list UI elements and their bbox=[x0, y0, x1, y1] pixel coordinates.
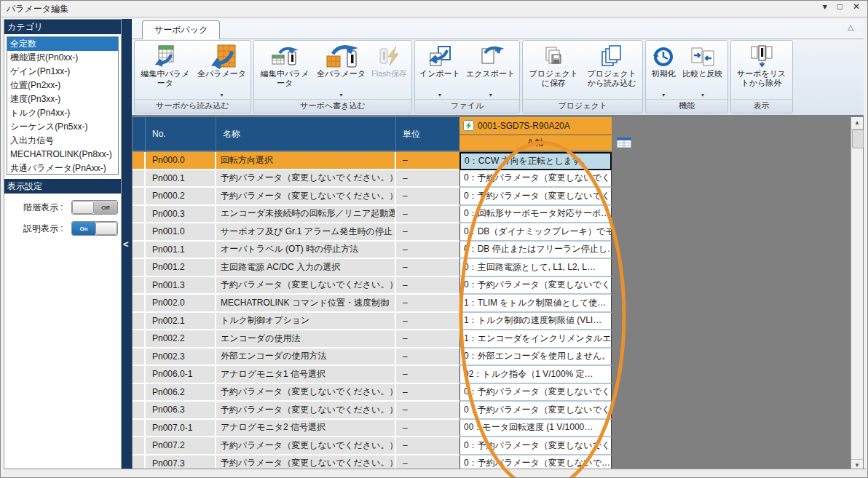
param-name-cell[interactable]: アナログモニタ2 信号選択 bbox=[216, 420, 396, 438]
param-no-cell[interactable]: Pn000.2 bbox=[146, 188, 216, 206]
param-unit-cell[interactable]: – bbox=[396, 313, 459, 331]
param-name-cell[interactable]: エンコーダ未接続時の回転形／リニア起動選 bbox=[216, 206, 396, 224]
dropdown-arrow-icon[interactable]: ▼ bbox=[219, 91, 224, 99]
param-no-cell[interactable]: Pn002.3 bbox=[146, 348, 216, 367]
axis-name-header[interactable]: A 軸 bbox=[459, 135, 612, 151]
initialize-button[interactable]: 初期化 ▼ bbox=[647, 42, 679, 99]
param-unit-cell[interactable]: – bbox=[396, 152, 459, 170]
pin-window-icon[interactable]: ▾ bbox=[823, 1, 827, 12]
param-no-cell[interactable]: Pn006.3 bbox=[146, 402, 216, 420]
param-name-cell[interactable]: サーボオフ及び Gr.1 アラーム発生時の停止 bbox=[216, 223, 396, 242]
param-unit-cell[interactable]: – bbox=[396, 242, 459, 260]
row-selector-cell[interactable] bbox=[133, 206, 146, 224]
column-header-name[interactable]: 名称 bbox=[216, 117, 396, 151]
maximize-icon[interactable]: □ bbox=[837, 1, 843, 12]
param-value-cell[interactable]: 0：DB（ダイナミックブレーキ）でモ… bbox=[459, 223, 612, 242]
dropdown-arrow-icon[interactable]: ▼ bbox=[700, 91, 705, 99]
sidebar-category-item[interactable]: 位置(Pn2xx-) bbox=[7, 79, 118, 92]
row-selector-cell[interactable] bbox=[133, 437, 146, 455]
param-unit-cell[interactable]: – bbox=[396, 223, 459, 242]
param-no-cell[interactable]: Pn000.1 bbox=[146, 170, 216, 188]
axis-device-header[interactable]: 0001-SGD7S-R90A20A bbox=[459, 117, 612, 135]
param-value-cell[interactable]: 02：トルク指令（1 V/100% 定… bbox=[459, 366, 612, 384]
load-from-project-button[interactable]: プロジェクトから読み込む bbox=[583, 42, 641, 99]
param-no-cell[interactable]: Pn001.1 bbox=[146, 242, 216, 260]
param-unit-cell[interactable]: – bbox=[396, 188, 459, 206]
param-unit-cell[interactable]: – bbox=[396, 402, 459, 420]
param-no-cell[interactable]: Pn001.2 bbox=[146, 259, 216, 277]
row-selector-cell[interactable] bbox=[133, 242, 146, 260]
param-name-cell[interactable]: オーバトラベル (OT) 時の停止方法 bbox=[216, 242, 396, 260]
dropdown-arrow-icon[interactable]: ▼ bbox=[339, 91, 344, 99]
row-selector-cell[interactable] bbox=[133, 223, 146, 242]
save-to-project-button[interactable]: プロジェクトに保存 bbox=[524, 42, 583, 99]
write-edited-params-button[interactable]: 編集中パラメータ bbox=[256, 42, 314, 99]
sidebar-category-item[interactable]: 全定数 bbox=[7, 37, 118, 51]
param-unit-cell[interactable]: – bbox=[396, 295, 459, 313]
param-value-cell[interactable]: 1：トルク制御の速度制限値 (VLI… bbox=[459, 313, 612, 331]
param-no-cell[interactable]: Pn007.2 bbox=[146, 437, 216, 455]
param-value-cell[interactable]: 0：DB 停止またはフリーラン停止し… bbox=[459, 242, 612, 260]
param-value-cell[interactable]: 0：主回路電源として, L1, L2, L… bbox=[459, 259, 612, 277]
param-no-cell[interactable]: Pn002.1 bbox=[146, 313, 216, 331]
param-value-cell[interactable]: 0：予約パラメータ（変更しないでく… bbox=[459, 384, 612, 402]
row-selector-cell[interactable] bbox=[133, 366, 146, 384]
sidebar-category-item[interactable]: 共通パラメータ(PnAxx-) bbox=[7, 162, 118, 175]
vertical-scrollbar[interactable]: ▲ ▼ bbox=[851, 117, 863, 471]
param-unit-cell[interactable]: – bbox=[396, 206, 459, 224]
param-no-cell[interactable]: Pn006.0-1 bbox=[146, 366, 216, 384]
description-display-toggle[interactable]: On bbox=[71, 221, 118, 236]
sidebar-category-item[interactable]: 速度(Pn3xx-) bbox=[7, 92, 118, 106]
collapse-sidebar-icon[interactable]: < bbox=[123, 239, 129, 250]
row-selector-cell[interactable] bbox=[133, 170, 146, 188]
close-icon[interactable]: ✕ bbox=[853, 1, 860, 12]
param-name-cell[interactable]: アナログモニタ1 信号選択 bbox=[216, 366, 396, 384]
param-no-cell[interactable]: Pn001.0 bbox=[146, 223, 216, 242]
param-name-cell[interactable]: 予約パラメータ（変更しないでください。） bbox=[216, 402, 396, 420]
param-value-cell[interactable]: 0：予約パラメータ（変更しないでく… bbox=[459, 170, 612, 188]
param-unit-cell[interactable]: – bbox=[396, 170, 459, 188]
row-selector-cell[interactable] bbox=[133, 277, 146, 295]
read-edited-params-button[interactable]: 編集中パラメータ bbox=[136, 42, 194, 99]
param-unit-cell[interactable]: – bbox=[396, 277, 459, 295]
param-no-cell[interactable]: Pn000.0 bbox=[146, 152, 216, 170]
row-selector-cell[interactable] bbox=[133, 188, 146, 206]
param-value-cell[interactable]: 0：予約パラメータ（変更しないでく… bbox=[459, 277, 612, 295]
param-value-cell[interactable]: 00：モータ回転速度 (1 V/1000… bbox=[459, 420, 612, 438]
row-selector-cell[interactable] bbox=[133, 295, 146, 313]
row-selector-cell[interactable] bbox=[133, 330, 146, 348]
param-value-cell[interactable]: 1：TLIM をトルク制限値として使… bbox=[459, 295, 612, 313]
sidebar-category-item[interactable]: シーケンス(Pn5xx-) bbox=[7, 120, 118, 134]
scroll-up-icon[interactable]: ▲ bbox=[851, 117, 863, 130]
param-no-cell[interactable]: Pn006.2 bbox=[146, 384, 216, 402]
row-selector-cell[interactable] bbox=[133, 259, 146, 277]
column-header-no[interactable]: No. bbox=[146, 117, 216, 151]
param-unit-cell[interactable]: – bbox=[396, 366, 459, 384]
sidebar-category-item[interactable]: MECHATROLINK(Pn8xx-) bbox=[7, 148, 118, 162]
param-no-cell[interactable]: Pn002.2 bbox=[146, 330, 216, 348]
export-button[interactable]: エクスポート ▼ bbox=[463, 42, 518, 99]
sidebar-category-item[interactable]: 機能選択(Pn0xx-) bbox=[7, 51, 118, 65]
param-no-cell[interactable]: Pn000.3 bbox=[146, 206, 216, 224]
sidebar-category-item[interactable]: 入出力信号 bbox=[7, 134, 118, 148]
param-name-cell[interactable]: 予約パラメータ（変更しないでください。） bbox=[216, 170, 396, 188]
exclude-servo-button[interactable]: サーボをリストから除外 bbox=[733, 42, 791, 99]
row-selector-cell[interactable] bbox=[133, 152, 146, 170]
row-selector-cell[interactable] bbox=[133, 348, 146, 367]
param-value-cell[interactable]: 0：CCW 方向を正転とします。 bbox=[459, 152, 612, 170]
param-unit-cell[interactable]: – bbox=[396, 420, 459, 438]
param-unit-cell[interactable]: – bbox=[396, 384, 459, 402]
sidebar-category-item[interactable]: トルク(Pn4xx-) bbox=[7, 106, 118, 120]
param-no-cell[interactable]: Pn007.0-1 bbox=[146, 420, 216, 438]
param-value-cell[interactable]: 0：予約パラメータ（変更しないでく… bbox=[459, 437, 612, 455]
param-unit-cell[interactable]: – bbox=[396, 348, 459, 367]
param-name-cell[interactable]: 予約パラメータ（変更しないでください。） bbox=[216, 384, 396, 402]
param-name-cell[interactable]: 予約パラメータ（変更しないでください。） bbox=[216, 188, 396, 206]
param-no-cell[interactable]: Pn001.3 bbox=[146, 277, 216, 295]
param-name-cell[interactable]: 予約パラメータ（変更しないでください。） bbox=[216, 437, 396, 455]
param-unit-cell[interactable]: – bbox=[396, 330, 459, 348]
param-unit-cell[interactable]: – bbox=[396, 437, 459, 455]
dropdown-arrow-icon[interactable]: ▼ bbox=[488, 91, 493, 99]
dropdown-arrow-icon[interactable]: ▼ bbox=[438, 91, 443, 99]
dropdown-arrow-icon[interactable]: ▼ bbox=[661, 91, 666, 99]
